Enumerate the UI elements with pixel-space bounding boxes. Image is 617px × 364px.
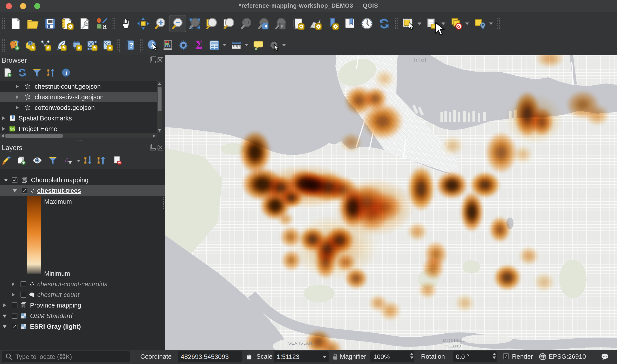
- new-map-view-button[interactable]: [289, 15, 307, 32]
- temporal-controller-button[interactable]: [358, 15, 376, 32]
- layer-styling-button[interactable]: [1, 155, 13, 166]
- statistical-summary-button[interactable]: Σ: [191, 38, 207, 53]
- open-project-button[interactable]: [24, 15, 41, 32]
- layer-item-esri-gray[interactable]: ESRI Gray (light): [0, 321, 165, 332]
- select-features-dropdown[interactable]: [418, 23, 421, 25]
- crs-globe-icon: [538, 352, 547, 363]
- remove-layer-button[interactable]: [111, 155, 123, 166]
- dock-splitter[interactable]: [163, 196, 164, 209]
- magnifier-spinbox[interactable]: 100%: [370, 351, 414, 362]
- filter-expression-dropdown[interactable]: [77, 160, 81, 162]
- toolbar-drag-handle[interactable]: [117, 39, 120, 52]
- toolbar-drag-handle[interactable]: [394, 17, 398, 30]
- tree-item-geojson-selected[interactable]: chestnuts-div-st.geojson: [0, 92, 157, 102]
- zoom-native-resolution-button[interactable]: 1:1: [238, 15, 255, 32]
- processing-dropdown[interactable]: [282, 44, 286, 46]
- zoom-to-selection-button[interactable]: [221, 15, 238, 32]
- filter-legend-button[interactable]: [47, 155, 59, 166]
- collapse-all-button[interactable]: [96, 155, 108, 166]
- measure-dropdown[interactable]: [245, 44, 249, 46]
- map-tips-button[interactable]: [251, 38, 266, 53]
- zoom-to-layer-button[interactable]: [203, 15, 221, 32]
- select-features-button[interactable]: [400, 15, 417, 32]
- layer-item-chestnut-count[interactable]: chestnut-count: [0, 289, 165, 300]
- expand-all-button[interactable]: [82, 155, 94, 166]
- browser-float-button[interactable]: [150, 57, 156, 63]
- zoom-last-button[interactable]: [255, 15, 272, 32]
- browser-filter-button[interactable]: [31, 67, 43, 78]
- browser-properties-button[interactable]: i: [60, 67, 72, 78]
- select-by-location-dropdown[interactable]: [489, 23, 493, 25]
- options-button[interactable]: [176, 38, 191, 53]
- pan-to-selection-button[interactable]: [135, 15, 152, 32]
- messages-icon[interactable]: [601, 352, 609, 363]
- coordinate-value[interactable]: 482693,5453093: [178, 351, 242, 362]
- crs-status[interactable]: EPSG:26910: [549, 353, 586, 360]
- field-calculator-button[interactable]: [160, 38, 176, 53]
- render-checkbox[interactable]: [503, 353, 509, 359]
- toolbar-drag-handle[interactable]: [2, 17, 5, 30]
- panel-splitter[interactable]: [73, 139, 86, 141]
- toolbar-drag-handle[interactable]: [139, 39, 143, 52]
- attribute-table-dropdown[interactable]: [223, 44, 226, 46]
- new-project-button[interactable]: [7, 15, 24, 32]
- deselect-dropdown[interactable]: [465, 23, 469, 25]
- new-shapefile-layer-button[interactable]: *: [38, 38, 53, 53]
- layer-item-osm-standard[interactable]: OSM Standard: [0, 311, 165, 321]
- layer-group-province[interactable]: Province mapping: [0, 300, 165, 311]
- rotation-spinbox[interactable]: 0.0 °: [453, 351, 497, 362]
- map-canvas[interactable]: Inlet SEA ISLAND MITCHELL ISLAND: [165, 55, 617, 350]
- pan-map-button[interactable]: [118, 15, 135, 32]
- tree-item-geojson[interactable]: cottonwoods.geojson: [0, 102, 157, 113]
- deselect-features-button[interactable]: [447, 15, 465, 32]
- browser-collapse-all-button[interactable]: [45, 67, 57, 78]
- filter-by-expression-button[interactable]: ε: [63, 155, 75, 166]
- tree-item-project-home[interactable]: Project Home: [0, 124, 157, 134]
- new-geopackage-layer-button[interactable]: *: [23, 38, 38, 53]
- browser-add-layer-button[interactable]: [2, 67, 14, 78]
- toolbar-drag-handle[interactable]: [2, 39, 5, 52]
- save-project-button[interactable]: [41, 15, 59, 32]
- zoom-in-button[interactable]: [152, 15, 169, 32]
- new-temporary-scratch-layer-button[interactable]: *: [69, 38, 84, 53]
- add-group-button[interactable]: [15, 155, 27, 166]
- browser-refresh-button[interactable]: [16, 67, 28, 78]
- browser-hscrollbar[interactable]: [0, 133, 157, 138]
- new-mesh-layer-button[interactable]: *: [84, 38, 100, 53]
- measure-line-button[interactable]: [229, 38, 244, 53]
- identify-features-button[interactable]: i: [145, 38, 160, 53]
- toolbar-drag-handle[interactable]: [497, 17, 500, 30]
- layer-group-choropleth[interactable]: Choropleth mapping: [0, 175, 165, 185]
- new-spatial-bookmark-button[interactable]: [324, 15, 341, 32]
- tree-item-spatial-bookmarks[interactable]: Spatial Bookmarks: [0, 113, 157, 124]
- refresh-map-button[interactable]: [376, 15, 393, 32]
- tree-item-geojson[interactable]: chestnut-count.geojson: [0, 81, 157, 92]
- layers-close-button[interactable]: [158, 145, 163, 150]
- manage-map-themes-button[interactable]: [31, 155, 43, 166]
- help-button[interactable]: ?: [122, 38, 138, 53]
- toolbar-drag-handle[interactable]: [112, 17, 116, 30]
- scale-combobox[interactable]: 1:51123: [274, 351, 329, 362]
- layer-item-centroids[interactable]: chestnut-count-centroids: [0, 279, 165, 289]
- layers-float-button[interactable]: [150, 145, 156, 150]
- locator-search-input[interactable]: Type to locate (⌘K): [2, 351, 130, 362]
- browser-close-button[interactable]: [158, 57, 163, 63]
- lock-scale-icon[interactable]: [331, 352, 339, 363]
- zoom-next-button[interactable]: [272, 15, 289, 32]
- new-spatialite-layer-button[interactable]: *: [53, 38, 69, 53]
- show-spatial-bookmarks-button[interactable]: [341, 15, 358, 32]
- open-attribute-table-button[interactable]: [207, 38, 222, 53]
- zoom-out-button[interactable]: [169, 15, 186, 32]
- select-by-location-button[interactable]: [471, 15, 488, 32]
- zoom-full-extent-button[interactable]: [186, 15, 203, 32]
- style-manager-button[interactable]: a: [93, 15, 110, 32]
- new-3d-map-view-button[interactable]: [307, 15, 324, 32]
- toggle-extents-icon[interactable]: [245, 352, 253, 363]
- new-print-layout-button[interactable]: [59, 15, 76, 32]
- new-gpx-layer-button[interactable]: *: [100, 38, 115, 53]
- show-layout-manager-button[interactable]: [76, 15, 93, 32]
- browser-vscrollbar[interactable]: [157, 81, 162, 133]
- run-processing-button[interactable]: [266, 38, 282, 53]
- layer-item-chestnut-trees[interactable]: chestnut-trees: [0, 185, 165, 196]
- data-source-manager-button[interactable]: [7, 38, 23, 53]
